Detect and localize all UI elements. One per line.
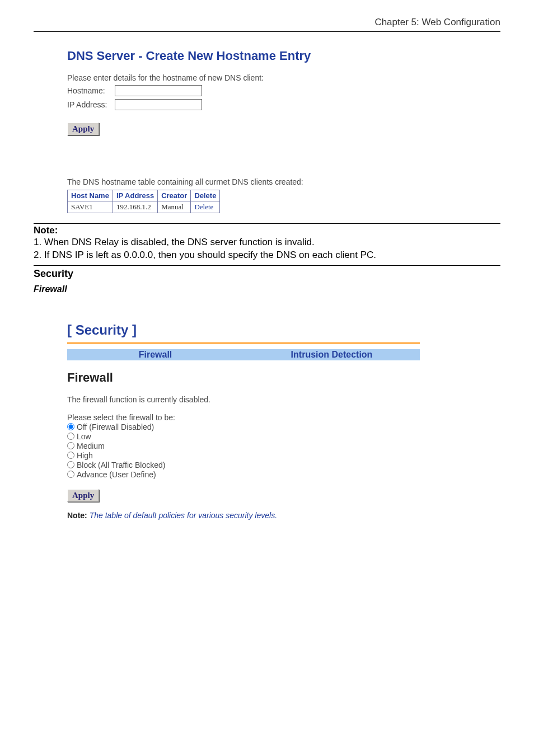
dns-server-panel: DNS Server - Create New Hostname Entry P… [67, 49, 478, 213]
radio-low-label: Low [77, 432, 91, 441]
dns-hostname-table: Host Name IP Address Creator Delete SAVE… [67, 190, 220, 213]
radio-advance[interactable] [67, 471, 74, 478]
security-title: [ Security ] [67, 322, 420, 338]
firewall-note-text: The table of default policies for variou… [87, 511, 277, 520]
firewall-subheading: Firewall [34, 284, 500, 294]
radio-medium[interactable] [67, 442, 74, 449]
col-ip: IP Address [113, 190, 157, 201]
note-line-1: 1. When DNS Relay is disabled, the DNS s… [34, 236, 500, 249]
radio-block-label: Block (All Traffic Blocked) [77, 461, 165, 469]
radio-advance-label: Advance (User Define) [77, 470, 156, 479]
cell-creator: Manual [158, 201, 191, 213]
tab-firewall[interactable]: Firewall [67, 349, 243, 360]
hostname-input[interactable] [115, 85, 202, 96]
firewall-select-label: Please select the firewall to be: [67, 413, 478, 422]
radio-high[interactable] [67, 452, 74, 459]
radio-high-label: High [77, 451, 93, 460]
cell-hostname: SAVE1 [68, 201, 113, 213]
security-divider [67, 342, 420, 344]
hostname-label: Hostname: [67, 86, 115, 95]
doc-rule [34, 223, 500, 224]
firewall-status: The firewall function is currently disab… [67, 395, 478, 404]
security-heading: Security [34, 268, 500, 280]
col-hostname: Host Name [68, 190, 113, 201]
radio-off-label: Off (Firewall Disabled) [77, 422, 154, 431]
col-delete: Delete [191, 190, 220, 201]
firewall-apply-button[interactable]: Apply [67, 489, 99, 502]
firewall-note-strong: Note: [67, 511, 87, 520]
dns-table-intro: The DNS hostname table containing all cu… [67, 177, 478, 186]
cell-ip: 192.168.1.2 [113, 201, 157, 213]
radio-off[interactable] [67, 423, 74, 430]
radio-block[interactable] [67, 461, 74, 468]
chapter-header: Chapter 5: Web Configuration [34, 17, 500, 32]
dns-panel-intro: Please enter details for the hostname of… [67, 73, 478, 82]
radio-medium-label: Medium [77, 442, 105, 450]
radio-low[interactable] [67, 433, 74, 440]
tab-intrusion-detection[interactable]: Intrusion Detection [243, 349, 420, 360]
table-row: SAVE1 192.168.1.2 Manual Delete [68, 201, 220, 213]
table-header-row: Host Name IP Address Creator Delete [68, 190, 220, 201]
security-tabs: Firewall Intrusion Detection [67, 349, 420, 360]
ip-address-input[interactable] [115, 99, 202, 110]
col-creator: Creator [158, 190, 191, 201]
dns-panel-title: DNS Server - Create New Hostname Entry [67, 49, 478, 63]
firewall-note: Note: The table of default policies for … [67, 511, 478, 520]
ip-address-label: IP Address: [67, 100, 115, 109]
note-line-2: 2. If DNS IP is left as 0.0.0.0, then yo… [34, 249, 500, 262]
firewall-heading: Firewall [67, 370, 478, 385]
dns-apply-button[interactable]: Apply [67, 123, 99, 135]
security-panel: [ Security ] Firewall Intrusion Detectio… [67, 322, 478, 520]
note-heading: Note: [34, 225, 500, 236]
doc-rule-2 [34, 265, 500, 266]
delete-link[interactable]: Delete [194, 203, 213, 211]
